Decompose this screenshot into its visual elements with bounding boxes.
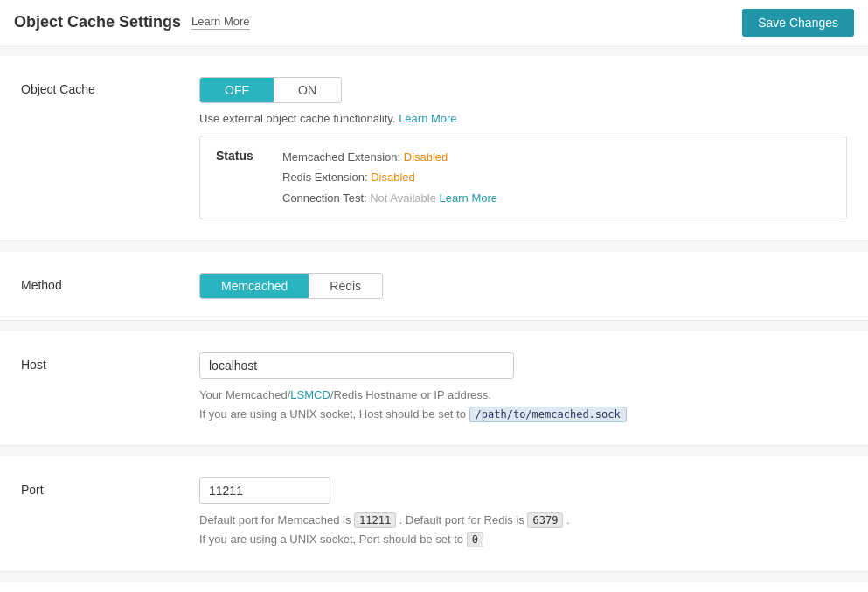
port-zero-badge: 0 [467, 532, 483, 547]
method-content: Memcached Redis [199, 273, 847, 299]
object-cache-label: Object Cache [21, 77, 178, 96]
port-input[interactable] [199, 477, 330, 504]
object-cache-toggle-group: OFF ON [199, 77, 342, 103]
method-row: Method Memcached Redis [0, 252, 868, 321]
status-box: Status Memcached Extension: Disabled Red… [199, 136, 847, 219]
host-path-badge: /path/to/memcached.sock [469, 407, 627, 422]
toggle-on-button[interactable]: ON [274, 78, 341, 102]
connection-test-status: Connection Test: Not Available Learn Mor… [282, 188, 497, 208]
host-input[interactable] [199, 352, 514, 379]
host-content: Your Memcached/LSMCD/Redis Hostname or I… [199, 352, 847, 424]
header: Object Cache Settings Learn More Save Ch… [0, 0, 868, 45]
toggle-off-button[interactable]: OFF [200, 78, 274, 102]
object-cache-learn-more-link[interactable]: Learn More [399, 112, 456, 125]
status-label: Status [216, 147, 268, 163]
method-label: Method [21, 273, 178, 292]
spacer-4 [0, 572, 868, 582]
page-title: Object Cache Settings [14, 13, 181, 31]
method-redis-button[interactable]: Redis [309, 274, 382, 298]
redis-ext-status: Redis Extension: Disabled [282, 167, 497, 187]
header-learn-more-link[interactable]: Learn More [191, 15, 249, 30]
host-label: Host [21, 352, 178, 372]
redis-port-badge: 6379 [527, 512, 563, 528]
settings-content: Object Cache OFF ON Use external object … [0, 56, 868, 592]
host-description1: Your Memcached/LSMCD/Redis Hostname or I… [199, 386, 847, 405]
object-cache-description: Use external object cache functionality.… [199, 112, 847, 125]
object-cache-content: OFF ON Use external object cache functio… [199, 77, 847, 219]
lsmcd-link[interactable]: LSMCD [290, 388, 330, 401]
spacer-1 [0, 241, 868, 252]
port-row: Port Default port for Memcached is 11211… [0, 456, 868, 571]
port-description1: Default port for Memcached is 11211 . De… [199, 511, 847, 530]
memcached-ext-value: Disabled [404, 150, 448, 164]
memcached-port-badge: 11211 [354, 512, 396, 528]
connection-test-value: Not Available [370, 192, 436, 205]
host-row: Host Your Memcached/LSMCD/Redis Hostname… [0, 331, 868, 446]
default-object-lifetime-row: Default Object Lifetime seconds Default … [0, 582, 868, 592]
port-description2: If you are using a UNIX socket, Port sho… [199, 530, 847, 549]
redis-ext-value: Disabled [371, 171, 415, 184]
host-description2: If you are using a UNIX socket, Host sho… [199, 405, 847, 424]
save-button[interactable]: Save Changes [742, 9, 854, 37]
connection-test-learn-more-link[interactable]: Learn More [440, 192, 497, 205]
memcached-ext-status: Memcached Extension: Disabled [282, 147, 497, 167]
status-lines: Memcached Extension: Disabled Redis Exte… [282, 147, 497, 208]
object-cache-row: Object Cache OFF ON Use external object … [0, 56, 868, 241]
header-left: Object Cache Settings Learn More [14, 13, 250, 31]
port-content: Default port for Memcached is 11211 . De… [199, 477, 847, 549]
method-toggle-group: Memcached Redis [199, 273, 383, 299]
port-label: Port [21, 477, 178, 497]
spacer-2 [0, 321, 868, 331]
spacer-3 [0, 446, 868, 456]
method-memcached-button[interactable]: Memcached [200, 274, 309, 298]
